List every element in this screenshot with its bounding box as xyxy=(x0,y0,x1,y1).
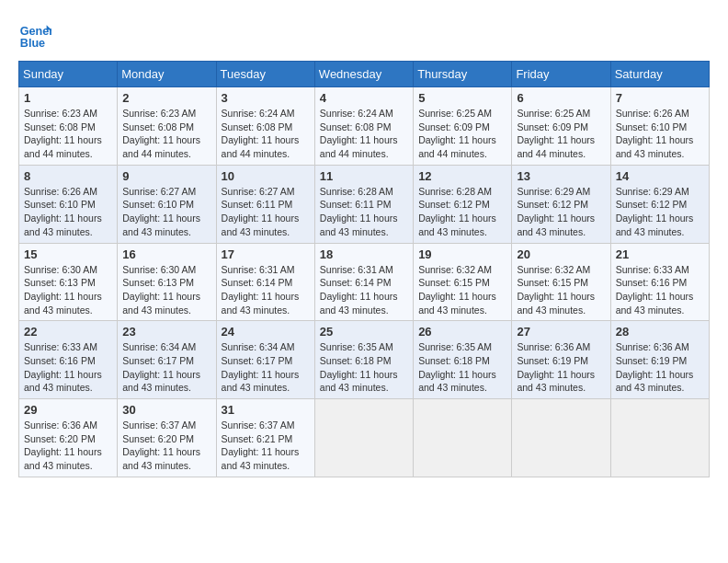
day-info: Sunrise: 6:27 AM Sunset: 6:11 PM Dayligh… xyxy=(222,185,310,239)
daylight-label: Daylight: 11 hours and 43 minutes. xyxy=(122,446,200,471)
sunrise-label: Sunrise: 6:36 AM xyxy=(24,419,97,431)
sunset-label: Sunset: 6:08 PM xyxy=(222,121,293,132)
sunset-label: Sunset: 6:08 PM xyxy=(320,121,392,132)
sunrise-label: Sunrise: 6:32 AM xyxy=(418,264,492,275)
sunset-label: Sunset: 6:14 PM xyxy=(320,277,392,288)
calendar-cell: 30 Sunrise: 6:37 AM Sunset: 6:20 PM Dayl… xyxy=(118,399,216,477)
daylight-label: Daylight: 11 hours and 44 minutes. xyxy=(320,134,398,159)
day-number: 30 xyxy=(122,403,210,417)
calendar-cell: 4 Sunrise: 6:24 AM Sunset: 6:08 PM Dayli… xyxy=(314,87,413,166)
day-info: Sunrise: 6:28 AM Sunset: 6:11 PM Dayligh… xyxy=(320,185,408,239)
daylight-label: Daylight: 11 hours and 43 minutes. xyxy=(122,291,200,316)
day-info: Sunrise: 6:30 AM Sunset: 6:13 PM Dayligh… xyxy=(122,263,210,317)
daylight-label: Daylight: 11 hours and 43 minutes. xyxy=(320,213,398,237)
daylight-label: Daylight: 11 hours and 43 minutes. xyxy=(616,213,694,237)
day-info: Sunrise: 6:32 AM Sunset: 6:15 PM Dayligh… xyxy=(517,263,605,317)
day-number: 21 xyxy=(616,247,704,261)
daylight-label: Daylight: 11 hours and 43 minutes. xyxy=(122,369,200,394)
calendar-cell: 16 Sunrise: 6:30 AM Sunset: 6:13 PM Dayl… xyxy=(118,243,216,321)
calendar-cell: 21 Sunrise: 6:33 AM Sunset: 6:16 PM Dayl… xyxy=(610,243,709,321)
sunset-label: Sunset: 6:09 PM xyxy=(517,121,588,132)
sunrise-label: Sunrise: 6:35 AM xyxy=(418,341,492,352)
day-info: Sunrise: 6:25 AM Sunset: 6:09 PM Dayligh… xyxy=(517,107,605,161)
sunrise-label: Sunrise: 6:25 AM xyxy=(418,108,492,119)
calendar-cell: 27 Sunrise: 6:36 AM Sunset: 6:19 PM Dayl… xyxy=(512,321,610,399)
calendar-cell xyxy=(314,399,413,477)
calendar-cell: 15 Sunrise: 6:30 AM Sunset: 6:13 PM Dayl… xyxy=(19,243,118,321)
sunrise-label: Sunrise: 6:31 AM xyxy=(320,264,393,275)
day-number: 2 xyxy=(122,91,210,105)
weekday-header-wednesday: Wednesday xyxy=(314,62,413,87)
daylight-label: Daylight: 11 hours and 43 minutes. xyxy=(418,291,496,316)
day-number: 1 xyxy=(24,91,112,105)
sunset-label: Sunset: 6:12 PM xyxy=(616,199,688,210)
day-info: Sunrise: 6:28 AM Sunset: 6:12 PM Dayligh… xyxy=(418,185,506,239)
sunrise-label: Sunrise: 6:28 AM xyxy=(418,186,492,197)
daylight-label: Daylight: 11 hours and 43 minutes. xyxy=(320,291,398,316)
calendar-week-4: 22 Sunrise: 6:33 AM Sunset: 6:16 PM Dayl… xyxy=(19,321,710,399)
calendar-cell: 5 Sunrise: 6:25 AM Sunset: 6:09 PM Dayli… xyxy=(414,87,512,166)
daylight-label: Daylight: 11 hours and 44 minutes. xyxy=(222,134,300,159)
daylight-label: Daylight: 11 hours and 43 minutes. xyxy=(24,213,102,237)
sunset-label: Sunset: 6:08 PM xyxy=(24,121,96,132)
day-number: 10 xyxy=(222,169,310,183)
calendar-cell: 9 Sunrise: 6:27 AM Sunset: 6:10 PM Dayli… xyxy=(118,165,216,243)
daylight-label: Daylight: 11 hours and 44 minutes. xyxy=(517,134,595,159)
weekday-header-saturday: Saturday xyxy=(610,62,709,87)
sunset-label: Sunset: 6:18 PM xyxy=(320,355,392,366)
sunset-label: Sunset: 6:10 PM xyxy=(616,121,688,132)
day-info: Sunrise: 6:37 AM Sunset: 6:21 PM Dayligh… xyxy=(222,419,310,473)
sunrise-label: Sunrise: 6:23 AM xyxy=(24,108,97,119)
sunrise-label: Sunrise: 6:30 AM xyxy=(122,264,196,275)
daylight-label: Daylight: 11 hours and 43 minutes. xyxy=(517,291,595,316)
day-number: 3 xyxy=(222,91,310,105)
daylight-label: Daylight: 11 hours and 43 minutes. xyxy=(222,291,300,316)
day-number: 17 xyxy=(222,247,310,261)
daylight-label: Daylight: 11 hours and 43 minutes. xyxy=(616,369,694,394)
sunset-label: Sunset: 6:09 PM xyxy=(418,121,490,132)
sunset-label: Sunset: 6:12 PM xyxy=(418,199,490,210)
sunrise-label: Sunrise: 6:36 AM xyxy=(616,341,689,352)
daylight-label: Daylight: 11 hours and 44 minutes. xyxy=(418,134,496,159)
daylight-label: Daylight: 11 hours and 43 minutes. xyxy=(616,134,694,159)
day-info: Sunrise: 6:27 AM Sunset: 6:10 PM Dayligh… xyxy=(122,185,210,239)
calendar-cell xyxy=(610,399,709,477)
day-number: 16 xyxy=(122,247,210,261)
daylight-label: Daylight: 11 hours and 43 minutes. xyxy=(418,369,496,394)
sunset-label: Sunset: 6:15 PM xyxy=(418,277,490,288)
sunrise-label: Sunrise: 6:34 AM xyxy=(222,341,295,352)
sunrise-label: Sunrise: 6:34 AM xyxy=(122,341,196,352)
daylight-label: Daylight: 11 hours and 43 minutes. xyxy=(517,369,595,394)
sunrise-label: Sunrise: 6:30 AM xyxy=(24,264,97,275)
day-number: 4 xyxy=(320,91,408,105)
day-info: Sunrise: 6:33 AM Sunset: 6:16 PM Dayligh… xyxy=(616,263,704,317)
day-info: Sunrise: 6:26 AM Sunset: 6:10 PM Dayligh… xyxy=(616,107,704,161)
day-info: Sunrise: 6:24 AM Sunset: 6:08 PM Dayligh… xyxy=(222,107,310,161)
sunrise-label: Sunrise: 6:28 AM xyxy=(320,186,393,197)
day-number: 7 xyxy=(616,91,704,105)
day-number: 19 xyxy=(418,247,506,261)
calendar-cell: 29 Sunrise: 6:36 AM Sunset: 6:20 PM Dayl… xyxy=(19,399,118,477)
sunrise-label: Sunrise: 6:32 AM xyxy=(517,264,590,275)
daylight-label: Daylight: 11 hours and 43 minutes. xyxy=(24,446,102,471)
sunrise-label: Sunrise: 6:26 AM xyxy=(24,186,97,197)
sunrise-label: Sunrise: 6:37 AM xyxy=(122,419,196,431)
sunrise-label: Sunrise: 6:23 AM xyxy=(122,108,196,119)
sunset-label: Sunset: 6:10 PM xyxy=(122,199,194,210)
sunrise-label: Sunrise: 6:25 AM xyxy=(517,108,590,119)
calendar-week-3: 15 Sunrise: 6:30 AM Sunset: 6:13 PM Dayl… xyxy=(19,243,710,321)
sunset-label: Sunset: 6:19 PM xyxy=(616,355,688,366)
day-number: 23 xyxy=(122,325,210,339)
day-number: 24 xyxy=(222,325,310,339)
sunrise-label: Sunrise: 6:35 AM xyxy=(320,341,393,352)
daylight-label: Daylight: 11 hours and 43 minutes. xyxy=(222,369,300,394)
day-number: 18 xyxy=(320,247,408,261)
daylight-label: Daylight: 11 hours and 43 minutes. xyxy=(320,369,398,394)
sunrise-label: Sunrise: 6:24 AM xyxy=(320,108,393,119)
calendar-cell: 17 Sunrise: 6:31 AM Sunset: 6:14 PM Dayl… xyxy=(216,243,314,321)
calendar-cell: 6 Sunrise: 6:25 AM Sunset: 6:09 PM Dayli… xyxy=(512,87,610,166)
sunset-label: Sunset: 6:17 PM xyxy=(222,355,293,366)
day-info: Sunrise: 6:37 AM Sunset: 6:20 PM Dayligh… xyxy=(122,419,210,473)
day-number: 14 xyxy=(616,169,704,183)
sunrise-label: Sunrise: 6:29 AM xyxy=(616,186,689,197)
